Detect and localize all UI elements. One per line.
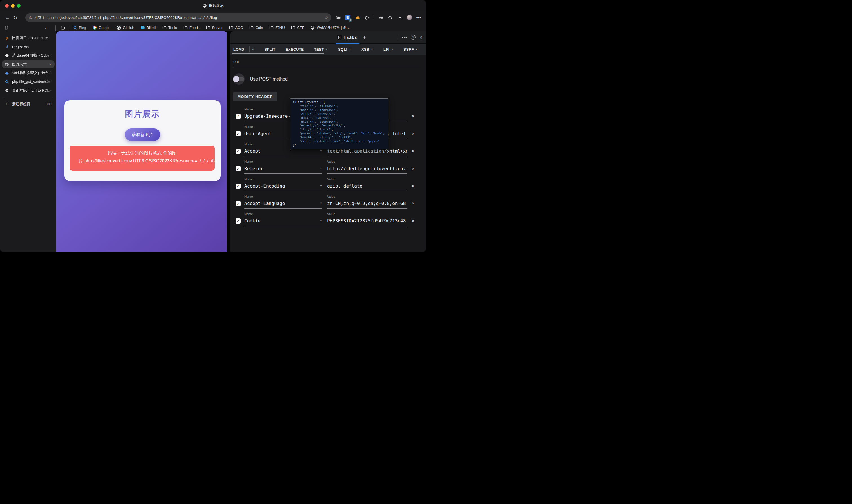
header-enabled-checkbox[interactable]: ✓ <box>236 201 241 206</box>
header-name-select[interactable]: Cookie ▼ <box>244 217 322 226</box>
bookmark-item[interactable]: GitHub <box>117 25 134 30</box>
sidebar-tab[interactable]: 真正的from LFI to RCE—— <box>2 86 55 95</box>
remove-header-icon[interactable]: ✕ <box>411 166 415 171</box>
header-enabled-checkbox[interactable]: ✓ <box>236 149 241 154</box>
window-title: 图片展示 <box>203 3 224 8</box>
hackbar-menu-item[interactable]: SSRF ▼ <box>403 47 418 52</box>
bookmark-item[interactable]: AGC <box>229 25 243 30</box>
remove-header-icon[interactable]: ✕ <box>411 131 415 136</box>
bookmark-item[interactable]: Server <box>206 25 223 30</box>
folder-icon <box>229 25 233 30</box>
header-value-input[interactable]: PHPSESSID=212875fd54f9d713c48 <box>327 217 407 226</box>
history-icon[interactable] <box>387 15 393 21</box>
minimize-window-button[interactable] <box>11 4 15 7</box>
name-field-label: Name <box>244 177 322 182</box>
extension-badge: 1 <box>349 18 352 22</box>
chevron-down-icon: ▼ <box>371 48 373 51</box>
bookmark-star-icon[interactable]: ☆ <box>324 16 328 20</box>
security-warning-icon[interactable]: ⚠ <box>29 16 32 20</box>
back-icon[interactable]: ← <box>3 14 11 22</box>
remove-header-icon[interactable]: ✕ <box>411 149 415 154</box>
tooltip-code-line: 'ftp://', 'ftps://', <box>293 128 386 131</box>
shield-extension-icon[interactable]: 1 <box>345 15 350 21</box>
close-tab-icon[interactable]: × <box>49 62 52 67</box>
collapse-sidebar-icon[interactable]: ‹ <box>45 24 47 31</box>
header-name-select[interactable]: Accept-Language ▼ <box>244 199 322 209</box>
devtools-help-icon[interactable]: ? <box>411 35 416 40</box>
name-field-label: Name <box>244 195 322 199</box>
header-name-select[interactable]: Referer ▼ <box>244 164 322 174</box>
bookmark-item[interactable]: ZJNU <box>269 25 284 30</box>
downloads-icon[interactable] <box>397 15 403 21</box>
header-enabled-checkbox[interactable]: ✓ <box>236 131 241 136</box>
tab-title: 绕过检测实现文件包含方法 <box>12 70 52 75</box>
hackbar-menu-item[interactable]: LFI ▼ <box>383 47 393 52</box>
close-window-button[interactable] <box>5 4 9 7</box>
favorites-icon[interactable] <box>378 15 383 21</box>
reading-list-icon[interactable] <box>61 24 65 31</box>
bookmark-item[interactable]: Bilibili <box>140 25 156 30</box>
horizontal-scrollbar[interactable] <box>232 53 324 54</box>
zoom-window-button[interactable] <box>17 4 21 7</box>
tooltip-code-line: ]; <box>293 143 386 147</box>
chevron-down-icon[interactable]: ▼ <box>252 48 254 51</box>
header-name: Accept-Language <box>244 201 318 206</box>
sidebar-tab[interactable]: 从 Base64 转换 - CyberCh <box>2 51 55 60</box>
devtools-divider <box>397 35 397 40</box>
tab-hackbar[interactable]: H HackBar <box>334 31 361 44</box>
security-label[interactable]: 不安全 <box>34 15 45 20</box>
goggles-extension-icon[interactable] <box>335 15 341 21</box>
add-devtools-tab-icon[interactable]: + <box>362 35 368 40</box>
sidebar-tab[interactable]: php file_get_contents漏洞 <box>2 77 55 86</box>
header-value-input[interactable]: zh-CN,zh;q=0.9,en;q=0.8,en-GB <box>327 199 407 209</box>
chevron-down-icon: ▼ <box>391 48 393 51</box>
cat-extension-icon[interactable] <box>354 15 360 21</box>
remove-header-icon[interactable]: ✕ <box>411 114 415 119</box>
address-bar[interactable]: ⚠ 不安全 challenge.ilovectf.cn:30724/?url=p… <box>25 13 331 22</box>
sidebar-tab[interactable]: 绕过检测实现文件包含方法 <box>2 69 55 77</box>
sidebar-tab[interactable]: ? 比赛题目 - ?CTF 2025 <box>2 34 55 42</box>
workspace-book-icon[interactable] <box>4 24 8 31</box>
devtools-more-icon[interactable]: ••• <box>402 35 407 40</box>
url-text[interactable]: challenge.ilovectf.cn:30724/?url=php://f… <box>48 16 322 20</box>
hackbar-menu-item[interactable]: SQLI ▼ <box>338 47 351 52</box>
hackbar-menu-item[interactable]: LOAD ▼ <box>233 46 254 52</box>
extensions-puzzle-icon[interactable] <box>364 15 370 21</box>
bookmark-item[interactable]: CTF <box>291 25 304 30</box>
close-devtools-icon[interactable]: ✕ <box>419 35 423 40</box>
menu-label: LOAD <box>233 47 244 52</box>
new-tab-button[interactable]: + 新建标签页 ⌘T <box>2 100 55 108</box>
sidebar-tab[interactable]: 图片展示 × <box>2 60 55 68</box>
remove-header-icon[interactable]: ✕ <box>411 218 415 223</box>
bookmark-item[interactable]: Tools <box>162 25 177 30</box>
bookmark-item[interactable]: Google <box>92 25 110 30</box>
hackbar-menu-item[interactable]: SPLIT <box>264 47 275 52</box>
bookmark-item[interactable]: WebVPN 转换 | 浙... <box>311 25 350 30</box>
bookmark-item[interactable]: Bing <box>73 25 86 30</box>
header-enabled-checkbox[interactable]: ✓ <box>236 166 241 171</box>
profile-avatar[interactable] <box>406 15 412 21</box>
reload-icon[interactable]: ↻ <box>11 14 19 22</box>
header-enabled-checkbox[interactable]: ✓ <box>236 184 241 188</box>
header-value-input[interactable]: http://challenge.ilovectf.cn:3 <box>327 164 407 174</box>
hackbar-menu-item[interactable]: EXECUTE <box>286 47 304 52</box>
header-enabled-checkbox[interactable]: ✓ <box>236 114 241 119</box>
remove-header-icon[interactable]: ✕ <box>411 184 415 188</box>
folder-icon <box>183 25 188 30</box>
more-menu-icon[interactable]: ••• <box>416 15 422 21</box>
bookmark-item[interactable]: Coin <box>249 25 263 30</box>
header-value-input[interactable]: gzip, deflate <box>327 182 407 191</box>
modify-header-button[interactable]: MODIFY HEADER <box>233 92 277 101</box>
header-name: Referer <box>244 166 318 171</box>
hackbar-menu-item[interactable]: TEST ▼ <box>314 47 328 52</box>
remove-header-icon[interactable]: ✕ <box>411 201 415 206</box>
sidebar-tab[interactable]: \/ Regex Vis <box>2 42 55 51</box>
post-method-toggle[interactable] <box>233 73 245 85</box>
bookmark-item[interactable]: Feeds <box>183 25 199 30</box>
header-enabled-checkbox[interactable]: ✓ <box>236 218 241 223</box>
folder-icon <box>291 25 296 30</box>
hackbar-menu-item[interactable]: XSS ▼ <box>362 47 373 52</box>
header-name-select[interactable]: Accept-Encoding ▼ <box>244 182 322 191</box>
get-new-image-button[interactable]: 获取新图片 <box>125 128 160 141</box>
header-name: Accept-Encoding <box>244 183 318 188</box>
